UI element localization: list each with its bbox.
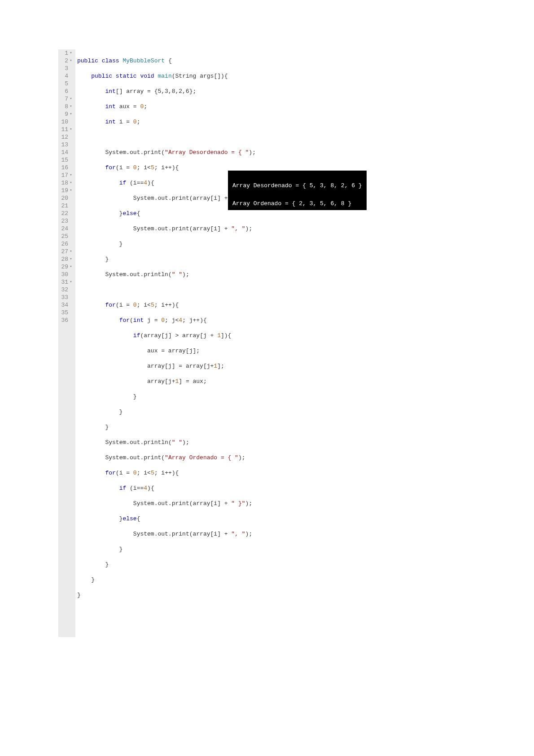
number: 1: [214, 363, 217, 369]
code-line: array[j+1] = aux;: [77, 378, 256, 385]
code-line: int[] array = {5,3,8,2,6};: [77, 88, 256, 95]
identifier: array: [144, 332, 161, 339]
fold-icon[interactable]: ▾: [69, 57, 73, 65]
fold-icon[interactable]: ▾: [69, 126, 73, 133]
line-number: 28▾: [60, 255, 73, 263]
line-number: 14: [60, 149, 73, 156]
fold-icon[interactable]: ▾: [69, 110, 73, 118]
line-number: 19▾: [60, 187, 73, 194]
keyword: class: [102, 57, 119, 64]
identifier: i: [133, 485, 137, 492]
output-line: Array Desordenado = { 5, 3, 8, 2, 6 }: [232, 182, 362, 189]
identifier: out: [158, 225, 168, 232]
code-line: }: [77, 545, 256, 553]
output-line: Array Ordenado = { 2, 3, 5, 6, 8 }: [232, 200, 351, 207]
identifier: i: [214, 225, 217, 232]
string-literal: "Array Desordenado = { ": [165, 149, 249, 156]
line-number: 30: [60, 271, 73, 278]
string-literal: " ": [172, 439, 182, 446]
code-line: for(i = 0; i<5; i++){: [77, 301, 256, 309]
identifier: i: [119, 119, 123, 125]
fold-icon[interactable]: ▾: [69, 278, 73, 286]
keyword: int: [105, 119, 115, 125]
number: 0: [133, 119, 137, 125]
code-line: }: [77, 591, 256, 599]
keyword: public: [77, 57, 98, 64]
line-number: 2▾: [60, 57, 73, 65]
fold-icon[interactable]: ▾: [69, 248, 73, 255]
array-init: {5,3,8,2,6}: [154, 88, 193, 95]
keyword: else: [123, 210, 136, 217]
fold-icon[interactable]: ▾: [69, 95, 73, 103]
console-output: Array Desordenado = { 5, 3, 8, 2, 6 } Ar…: [228, 171, 367, 210]
string-literal: ", ": [231, 531, 245, 537]
fold-icon[interactable]: ▾: [69, 263, 73, 271]
code-line: for(i = 0; i<5; i++){: [77, 469, 256, 477]
line-number: 9▾: [60, 110, 73, 118]
code-line: if (i==4){: [77, 484, 256, 492]
identifier: i: [119, 164, 123, 171]
line-number: 32: [60, 286, 73, 294]
identifier: i: [214, 531, 217, 537]
keyword: int: [105, 88, 115, 95]
identifier: array: [186, 363, 203, 369]
string-literal: ", ": [231, 225, 245, 232]
identifier: i: [161, 164, 165, 171]
number: 5: [151, 302, 154, 308]
line-number: 11▾: [60, 126, 73, 133]
line-number: 25: [60, 233, 73, 240]
line-number: 16: [60, 164, 73, 171]
keyword: for: [105, 164, 115, 171]
keyword: if: [133, 332, 140, 339]
number: 4: [179, 317, 182, 324]
identifier: i: [214, 195, 217, 202]
class-name: MyBubbleSort: [123, 57, 165, 64]
identifier: i: [144, 164, 147, 171]
identifier: print: [144, 149, 161, 156]
number: 1: [217, 332, 221, 339]
line-number: 18▾: [60, 179, 73, 187]
code-line: System.out.print("Array Ordenado = { ");: [77, 454, 256, 462]
identifier: aux: [119, 103, 130, 110]
fold-icon[interactable]: ▾: [69, 171, 73, 179]
fold-icon[interactable]: ▾: [69, 49, 73, 57]
identifier: print: [172, 531, 189, 537]
identifier: print: [172, 500, 189, 507]
identifier: array: [126, 88, 144, 95]
identifier: j: [203, 332, 207, 339]
identifier: System: [105, 454, 126, 461]
line-number: 29▾: [60, 263, 73, 271]
code-line: }else{: [77, 210, 256, 217]
identifier: j: [189, 347, 193, 354]
keyword: public: [91, 73, 112, 79]
fold-icon[interactable]: ▾: [69, 103, 73, 110]
fold-icon[interactable]: ▾: [69, 179, 73, 187]
identifier: j: [207, 363, 210, 369]
method-name: main: [158, 73, 172, 79]
keyword: if: [119, 485, 127, 492]
line-number: 23: [60, 217, 73, 225]
number: 0: [133, 302, 137, 308]
number: 4: [144, 485, 147, 492]
line-number: 3: [60, 65, 73, 72]
code-line: }: [77, 576, 256, 584]
code-line: public class MyBubbleSort {: [77, 57, 256, 65]
line-number: 20: [60, 194, 73, 202]
code-line: }: [77, 240, 256, 248]
string-literal: "Array Ordenado = { ": [165, 454, 238, 461]
identifier: array: [147, 363, 165, 369]
identifier: i: [133, 180, 137, 186]
number: 5: [151, 470, 154, 476]
identifier: i: [144, 470, 147, 476]
identifier: System: [133, 500, 154, 507]
fold-icon[interactable]: ▾: [69, 255, 73, 263]
code-line: System.out.print(array[i] + ", ");: [77, 530, 256, 538]
line-number: 4: [60, 72, 73, 80]
line-number: 33: [60, 294, 73, 301]
fold-icon[interactable]: ▾: [69, 187, 73, 194]
line-number: 10: [60, 118, 73, 126]
line-number: 27▾: [60, 248, 73, 255]
identifier: array: [147, 378, 165, 385]
number: 0: [161, 317, 165, 324]
code-line: public static void main(String args[]){: [77, 72, 256, 80]
